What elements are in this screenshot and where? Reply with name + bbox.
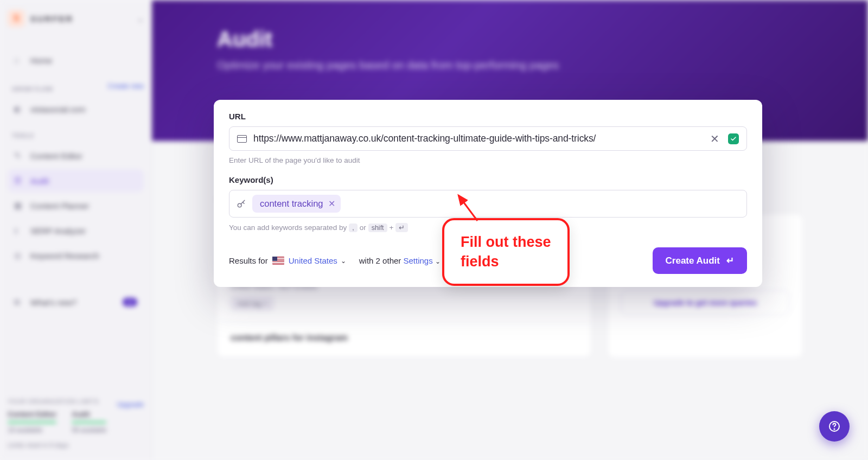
keywords-field-label: Keyword(s) bbox=[229, 175, 747, 184]
sidebar-section-grow: GROW FLOW bbox=[12, 86, 53, 92]
audit-icon: ☲ bbox=[14, 176, 24, 186]
comma-key: , bbox=[349, 223, 357, 232]
page-title: Audit bbox=[217, 27, 803, 52]
annotation-text-line2: fields bbox=[461, 252, 551, 271]
sidebar-item-home[interactable]: ⌂ Home bbox=[8, 49, 144, 72]
settings-link[interactable]: Settings ⌄ bbox=[403, 256, 440, 265]
sidebar-item-content-planner[interactable]: ▦ Content Planner bbox=[8, 194, 144, 217]
sidebar-item-label: Audit bbox=[30, 176, 49, 186]
url-input[interactable] bbox=[253, 133, 701, 144]
whats-new-badge: ● bbox=[123, 298, 137, 306]
sidebar-item-content-editor[interactable]: ✎ Content Editor bbox=[8, 144, 144, 167]
brand-name: SURFER bbox=[30, 14, 74, 23]
key-icon bbox=[236, 199, 247, 209]
keyword-chip: content tracking ✕ bbox=[252, 195, 341, 213]
help-fab-button[interactable] bbox=[819, 411, 850, 442]
svg-line-1 bbox=[458, 195, 477, 221]
results-for-row: Results for United States⌄ with 2 other … bbox=[229, 256, 441, 265]
limit-content-editor: Content Editor 19 available bbox=[8, 410, 56, 434]
sidebar-item-label: vistasocial.com bbox=[30, 105, 86, 114]
sidebar: S SURFER ⌄ ⌂ Home GROW FLOW Create new ◐… bbox=[0, 0, 152, 460]
planner-icon: ▦ bbox=[14, 201, 24, 210]
sidebar-item-serp-analyzer[interactable]: ⫿ SERP Analyzer bbox=[8, 219, 144, 242]
chart-icon: ⫿ bbox=[14, 226, 24, 235]
target-icon: ◎ bbox=[14, 251, 24, 260]
workspace-chevron-icon[interactable]: ⌄ bbox=[137, 14, 144, 24]
upgrade-queries-button[interactable]: Upgrade to get more queries bbox=[621, 290, 789, 315]
home-icon: ⌂ bbox=[14, 55, 24, 65]
annotation-callout: Fill out these fields bbox=[442, 218, 570, 286]
url-input-wrapper[interactable]: ✕ bbox=[229, 126, 747, 151]
clear-url-icon[interactable]: ✕ bbox=[708, 133, 722, 144]
logo-icon: S bbox=[8, 10, 25, 27]
limit-audit: Audit 59 available bbox=[72, 410, 106, 434]
sidebar-item-label: What's new? bbox=[30, 298, 76, 307]
create-audit-button[interactable]: Create Audit ↵ bbox=[653, 247, 747, 274]
enter-key: ↵ bbox=[395, 223, 408, 232]
sidebar-item-whats-new[interactable]: ⧉ What's new? ● bbox=[8, 291, 144, 314]
sidebar-item-label: Content Planner bbox=[30, 201, 89, 210]
remove-keyword-icon[interactable]: ✕ bbox=[328, 200, 335, 208]
sidebar-item-audit[interactable]: ☲ Audit bbox=[8, 169, 144, 192]
limits-reset-note: Limits reset in 9 days bbox=[8, 442, 144, 449]
history-row-title: content pillars for instagram bbox=[231, 333, 578, 343]
add-tag-button[interactable]: Add tag + bbox=[231, 296, 274, 311]
annotation-arrow-icon bbox=[453, 191, 486, 223]
keyword-chip-text: content tracking bbox=[260, 199, 323, 209]
country-select[interactable]: United States⌄ bbox=[289, 256, 346, 265]
url-helper-text: Enter URL of the page you'd like to audi… bbox=[229, 156, 747, 164]
globe-icon: ◐ bbox=[14, 104, 24, 114]
org-limits-block: YOUR ORGANIZATION LIMITS Upgrade Content… bbox=[8, 398, 144, 449]
chevron-down-icon: ⌄ bbox=[341, 257, 346, 265]
sidebar-item-label: SERP Analyzer bbox=[30, 226, 86, 235]
history-row[interactable]: content pillars for instagram bbox=[218, 322, 591, 357]
svg-point-3 bbox=[834, 429, 834, 429]
logo-row: S SURFER ⌄ bbox=[8, 10, 144, 27]
sidebar-item-property[interactable]: ◐ vistasocial.com bbox=[8, 98, 144, 120]
chevron-down-icon: ⌄ bbox=[435, 258, 441, 265]
sidebar-item-label: Keyword Research bbox=[30, 251, 99, 260]
sidebar-section-tools: TOOLS bbox=[12, 132, 139, 139]
org-limits-label: YOUR ORGANIZATION LIMITS bbox=[8, 398, 99, 405]
create-new-link[interactable]: Create new bbox=[108, 82, 144, 90]
url-field-label: URL bbox=[229, 112, 747, 121]
upgrade-link[interactable]: Upgrade bbox=[117, 400, 144, 408]
sidebar-item-label: Content Editor bbox=[30, 151, 82, 161]
sidebar-item-keyword-research[interactable]: ◎ Keyword Research bbox=[8, 244, 144, 267]
pencil-icon: ✎ bbox=[14, 151, 24, 161]
annotation-text-line1: Fill out these bbox=[461, 232, 551, 252]
keywords-input-wrapper[interactable]: content tracking ✕ bbox=[229, 190, 747, 218]
enter-icon: ↵ bbox=[726, 255, 734, 266]
us-flag-icon bbox=[272, 257, 284, 265]
gift-icon: ⧉ bbox=[14, 297, 24, 307]
sidebar-item-label: Home bbox=[30, 56, 52, 65]
browser-icon bbox=[237, 135, 247, 143]
url-valid-icon bbox=[728, 133, 739, 144]
page-subtitle: Optimize your existing pages based on da… bbox=[217, 59, 803, 72]
shift-key: shift bbox=[368, 223, 387, 232]
